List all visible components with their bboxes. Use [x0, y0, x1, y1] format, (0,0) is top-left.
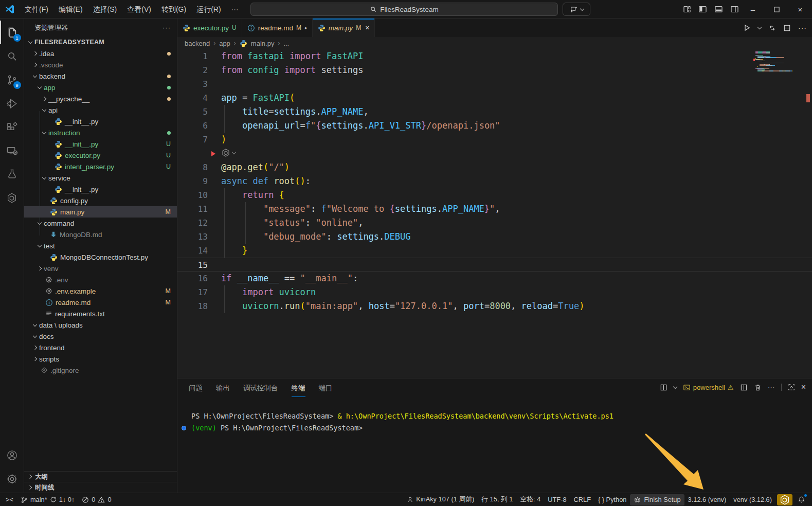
activity-ai-assistant[interactable] [0, 186, 24, 210]
toggle-panel-icon[interactable] [714, 5, 723, 13]
tab-executor.py[interactable]: executor.pyU [177, 19, 242, 37]
tree-item-MongoDBConnectionTest.py[interactable]: MongoDBConnectionTest.py [24, 251, 177, 263]
terminal-content[interactable]: PS H:\OwnProject\FilesReadSysteam> & h:\… [177, 410, 812, 434]
sidebar-more-actions[interactable]: ··· [163, 24, 171, 31]
command-center-search[interactable]: FilesReadSysteam [250, 3, 558, 16]
status-cursor-position[interactable]: 行 15, 列 1 [478, 494, 516, 505]
activity-run-debug[interactable] [0, 92, 24, 115]
close-button[interactable]: × [788, 0, 812, 19]
status-encoding[interactable]: UTF-8 [544, 494, 570, 505]
activity-source-control[interactable]: 9 [0, 68, 24, 92]
activity-accounts[interactable] [0, 443, 24, 467]
activity-extensions[interactable] [0, 115, 24, 139]
status-indentation[interactable]: 空格: 4 [516, 494, 544, 505]
tree-item-.gitignore[interactable]: .gitignore [24, 365, 177, 376]
tree-item-MongoDB.md[interactable]: MongoDB.md [24, 229, 177, 240]
close-panel-button[interactable]: × [801, 383, 806, 392]
tree-item-config.py[interactable]: config.py [24, 195, 177, 206]
section-大纲[interactable]: 大纲 [24, 471, 177, 482]
tree-item-api[interactable]: api [24, 104, 177, 116]
breadcrumb-item-app[interactable]: app [219, 40, 230, 47]
activity-search[interactable] [0, 44, 24, 68]
tree-item-datauploads[interactable]: data \ uploads [24, 319, 177, 331]
panel-tab-端口[interactable]: 端口 [319, 384, 333, 397]
editor-action-run-python-file[interactable] [743, 24, 751, 32]
tree-item-backend[interactable]: backend [24, 70, 177, 82]
menu-转到(G)[interactable]: 转到(G) [156, 3, 191, 16]
copilot-button[interactable] [563, 3, 590, 16]
customize-layout-icon[interactable] [683, 5, 691, 13]
menu-文件(F)[interactable]: 文件(F) [20, 3, 53, 16]
tree-item-scripts[interactable]: scripts [24, 353, 177, 365]
tree-item-requirements.txt[interactable]: requirements.txt [24, 308, 177, 319]
panel-tab-输出[interactable]: 输出 [216, 384, 230, 397]
tree-item-__pycache__[interactable]: __pycache__ [24, 93, 177, 104]
editor-action-open-changes[interactable] [768, 24, 776, 32]
tree-item-__init__.py[interactable]: __init__.pyU [24, 138, 177, 150]
tab-main.py[interactable]: main.pyM× [313, 19, 375, 37]
tree-item-__init__.py[interactable]: __init__.py [24, 184, 177, 195]
tree-item-__init__.py[interactable]: __init__.py [24, 116, 177, 127]
menu-选择(S)[interactable]: 选择(S) [88, 3, 122, 16]
tree-item-test[interactable]: test [24, 240, 177, 251]
section-时间线[interactable]: 时间线 [24, 482, 177, 493]
toggle-secondary-sidebar-icon[interactable] [730, 5, 739, 13]
tree-item-.idea[interactable]: .idea [24, 48, 177, 59]
activity-remote-explorer[interactable] [0, 139, 24, 162]
breadcrumb[interactable]: backend›app›main.py›... [177, 37, 812, 49]
status-finish-setup[interactable]: Finish Setup [630, 494, 684, 505]
status-venv-indicator[interactable]: venv (3.12.6) [730, 494, 775, 505]
new-terminal-button[interactable] [660, 384, 667, 391]
overview-ruler[interactable] [805, 49, 812, 378]
panel-tab-调试控制台[interactable]: 调试控制台 [243, 384, 278, 397]
status-git-blame[interactable]: KiriAky 107 (1 周前) [403, 494, 478, 505]
ai-widget[interactable] [221, 148, 236, 157]
editor-action-split-editor[interactable] [783, 24, 791, 32]
tree-item-.env.example[interactable]: .env.exampleM [24, 285, 177, 297]
tree-item-service[interactable]: service [24, 172, 177, 184]
status-language-mode[interactable]: { } Python [594, 494, 630, 505]
minimap[interactable] [755, 51, 805, 71]
code-editor[interactable]: 1from fastapi import FastAPI2from config… [177, 49, 812, 378]
terminal-tab-powershell[interactable]: powershell⚠ [683, 384, 734, 391]
activity-explorer[interactable]: 1 [0, 21, 24, 44]
panel-tab-问题[interactable]: 问题 [189, 384, 203, 397]
activity-settings[interactable] [0, 467, 24, 491]
tree-item-.env[interactable]: .env [24, 274, 177, 285]
status-ai-extension[interactable] [777, 494, 792, 505]
editor-action-more-actions[interactable]: ··· [798, 24, 807, 32]
panel-tab-终端[interactable]: 终端 [292, 384, 305, 397]
breadcrumb-item-...[interactable]: ... [283, 40, 289, 47]
tree-item-intent_parser.py[interactable]: intent_parser.pyU [24, 161, 177, 172]
status-remote-indicator[interactable]: >< [2, 494, 17, 505]
tree-item-frontend[interactable]: frontend [24, 342, 177, 353]
terminal-more-actions[interactable]: ··· [768, 383, 775, 391]
activity-testing[interactable] [0, 162, 24, 186]
status-problems[interactable]: 00 [78, 494, 115, 505]
tree-item-instruction[interactable]: instruction [24, 127, 177, 138]
tree-item-executor.py[interactable]: executor.pyU [24, 150, 177, 161]
tree-item-readme.md[interactable]: readme.mdM [24, 297, 177, 308]
toggle-primary-sidebar-icon[interactable] [698, 5, 707, 13]
breadcrumb-item-backend[interactable]: backend [185, 40, 210, 47]
maximize-panel-button[interactable] [788, 384, 795, 391]
tree-item-main.py[interactable]: main.pyM [24, 206, 177, 218]
tree-item-.vscode[interactable]: .vscode [24, 59, 177, 70]
breadcrumb-item-main.py[interactable]: main.py [251, 40, 275, 47]
tree-item-venv[interactable]: venv [24, 263, 177, 274]
maximize-button[interactable] [765, 0, 788, 19]
tree-item-docs[interactable]: docs [24, 331, 177, 342]
tab-readme.md[interactable]: readme.mdM● [242, 19, 313, 37]
status-branch[interactable]: main*1↓ 0↑ [17, 494, 78, 505]
tree-item-FILESREADSYSTEAM[interactable]: FILESREADSYSTEAM [24, 37, 177, 48]
status-notifications[interactable] [794, 494, 809, 505]
menu-运行(R)[interactable]: 运行(R) [191, 3, 226, 16]
kill-terminal-button[interactable] [754, 384, 762, 391]
status-eol[interactable]: CRLF [570, 494, 594, 505]
menu-···[interactable]: ··· [226, 3, 244, 16]
close-icon[interactable]: × [365, 24, 369, 32]
split-terminal-button[interactable] [740, 384, 748, 391]
tree-item-app[interactable]: app [24, 82, 177, 93]
minimize-button[interactable]: – [741, 0, 765, 19]
status-python-interpreter[interactable]: 3.12.6 (venv) [684, 494, 730, 505]
